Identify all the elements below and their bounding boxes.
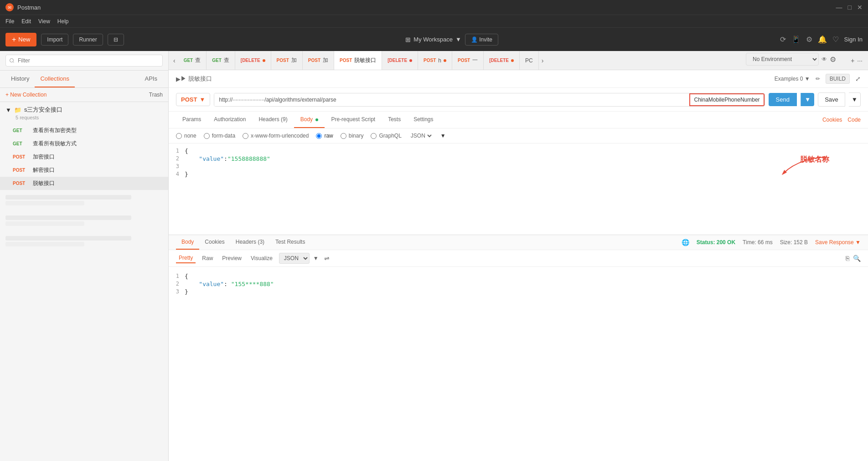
response-tab-headers[interactable]: Headers (3): [230, 235, 270, 250]
request-tab[interactable]: [DELETE: [484, 51, 520, 70]
collection-item[interactable]: ▼ 📁 s三方安全接口 5 requests: [0, 102, 168, 124]
tab-body[interactable]: Body: [294, 112, 325, 128]
url-suffix[interactable]: ChinaMobilePhoneNumber: [689, 93, 764, 106]
environment-settings-icon[interactable]: ⚙: [830, 55, 836, 64]
tab-prev-button[interactable]: ‹: [170, 55, 178, 66]
format-tab-pretty[interactable]: Pretty: [176, 253, 196, 263]
request-tab-active[interactable]: POST 脱敏接口: [334, 51, 382, 70]
radio-binary[interactable]: binary: [341, 133, 364, 139]
window-controls[interactable]: — □ ✕: [836, 4, 863, 11]
request-tab[interactable]: POST 加: [271, 51, 303, 70]
format-tab-preview[interactable]: Preview: [219, 254, 244, 263]
tab-params[interactable]: Params: [176, 112, 207, 128]
format-selector[interactable]: JSON: [409, 132, 433, 139]
layout-toggle[interactable]: ⊟: [108, 34, 124, 46]
globe-icon: 🌐: [682, 239, 689, 246]
environment-eye-icon[interactable]: 👁: [822, 56, 827, 62]
blurred-name: [5, 215, 131, 220]
list-item[interactable]: POST 解密接口: [0, 164, 168, 177]
response-tab-test-results[interactable]: Test Results: [270, 235, 310, 250]
menu-edit[interactable]: Edit: [21, 18, 31, 25]
tab-collections[interactable]: Collections: [35, 71, 75, 87]
list-item[interactable]: [0, 190, 168, 210]
save-response-button[interactable]: Save Response ▼: [815, 239, 861, 246]
code-link[interactable]: Code: [847, 117, 861, 123]
radio-raw[interactable]: raw: [316, 133, 333, 139]
more-tabs-button[interactable]: ···: [857, 57, 863, 64]
tab-headers[interactable]: Headers (9): [252, 112, 294, 128]
minimize-button[interactable]: —: [836, 4, 842, 11]
invite-button[interactable]: 👤 Invite: [465, 34, 498, 46]
menu-help[interactable]: Help: [57, 18, 69, 25]
tab-next-button[interactable]: ›: [539, 55, 547, 66]
tab-pre-request[interactable]: Pre-request Script: [325, 112, 382, 128]
radio-none[interactable]: none: [176, 133, 196, 139]
search-response-icon[interactable]: 🔍: [853, 255, 861, 262]
tab-history[interactable]: History: [5, 71, 35, 87]
sync-icon[interactable]: ⟳: [780, 35, 786, 44]
list-item[interactable]: POST 加密接口: [0, 150, 168, 164]
edit-icon[interactable]: ✏: [816, 76, 820, 82]
list-item[interactable]: [0, 231, 168, 251]
tab-apis[interactable]: APIs: [140, 71, 163, 87]
environment-selector[interactable]: No Environment: [746, 53, 819, 66]
request-tab[interactable]: POST 一: [452, 51, 484, 70]
list-item[interactable]: POST 脱敏接口: [0, 177, 168, 190]
wrap-lines-icon[interactable]: ⇌: [324, 255, 330, 262]
request-tab[interactable]: [DELETE: [235, 51, 271, 70]
request-tab[interactable]: POST h: [418, 51, 452, 70]
copy-response-icon[interactable]: ⎘: [846, 255, 849, 262]
new-button[interactable]: New: [5, 33, 36, 46]
list-item[interactable]: GET 查看所有加密类型: [0, 124, 168, 137]
response-tab-body[interactable]: Body: [176, 235, 199, 250]
favorites-icon[interactable]: ♡: [832, 35, 839, 44]
tab-tests[interactable]: Tests: [382, 112, 407, 128]
list-item[interactable]: [0, 210, 168, 231]
request-tab[interactable]: GET 查: [178, 51, 207, 70]
tab-label: 加: [291, 56, 297, 64]
import-button[interactable]: Import: [41, 34, 68, 46]
search-input[interactable]: [5, 55, 163, 67]
radio-urlencoded[interactable]: x-www-form-urlencoded: [243, 133, 309, 139]
maximize-button[interactable]: □: [848, 4, 852, 11]
url-input[interactable]: [214, 93, 689, 106]
build-button[interactable]: BUILD: [826, 74, 850, 84]
response-format-selector[interactable]: JSON: [279, 253, 310, 264]
request-tab[interactable]: PC: [520, 51, 539, 70]
save-button[interactable]: Save: [818, 92, 845, 107]
menu-view[interactable]: View: [38, 18, 50, 25]
menu-file[interactable]: File: [5, 18, 14, 25]
add-tab-button[interactable]: +: [851, 57, 854, 64]
request-tab[interactable]: [DELETE: [382, 51, 418, 70]
format-tab-raw[interactable]: Raw: [199, 254, 216, 263]
send-dropdown-button[interactable]: ▼: [801, 93, 814, 106]
request-body-editor[interactable]: 1 { 2 "value":"1558888888" 3: [169, 143, 868, 235]
notifications-icon[interactable]: 🔔: [818, 35, 827, 44]
method-selector[interactable]: POST ▼: [176, 93, 210, 106]
cookies-link[interactable]: Cookies: [822, 117, 842, 123]
new-collection-button[interactable]: New Collection: [5, 92, 46, 98]
tab-authorization[interactable]: Authorization: [207, 112, 252, 128]
workspace-selector[interactable]: ⊞ My Workspace ▼: [405, 36, 461, 43]
phone-icon[interactable]: 📱: [791, 35, 801, 44]
tab-settings[interactable]: Settings: [407, 112, 439, 128]
settings-icon[interactable]: ⚙: [806, 35, 812, 44]
response-tab-cookies[interactable]: Cookies: [199, 235, 230, 250]
format-chevron: ▼: [440, 133, 446, 139]
radio-graphql[interactable]: GraphQL: [371, 133, 401, 139]
expand-icon[interactable]: ⤢: [855, 75, 861, 82]
save-dropdown-button[interactable]: ▼: [849, 92, 861, 107]
format-tab-visualize[interactable]: Visualize: [248, 254, 275, 263]
code-line: 1 {: [169, 147, 868, 155]
runner-button[interactable]: Runner: [73, 34, 103, 46]
trash-button[interactable]: Trash: [149, 92, 163, 98]
request-tab[interactable]: GET 查: [207, 51, 235, 70]
send-button[interactable]: Send: [769, 93, 797, 106]
sign-in-link[interactable]: Sign In: [844, 36, 863, 43]
breadcrumb-arrow: ▶: [176, 76, 181, 82]
examples-button[interactable]: Examples 0 ▼: [775, 76, 810, 82]
list-item[interactable]: GET 查看所有脱敏方式: [0, 137, 168, 150]
close-button[interactable]: ✕: [857, 4, 863, 11]
radio-form-data[interactable]: form-data: [204, 133, 235, 139]
request-tab[interactable]: POST 加: [303, 51, 334, 70]
